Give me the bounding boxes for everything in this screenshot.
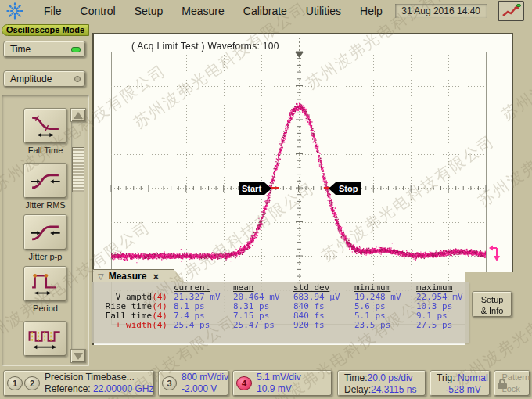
agilent-spark-icon [5,1,25,21]
fall-time-button[interactable] [23,108,67,144]
jitter-pp-label: Jitter p-p [20,252,70,261]
period-button[interactable] [23,266,67,302]
menu-file[interactable]: File [44,5,62,17]
status-bar: 1 2 Precision Timebase... Reference: 22.… [0,368,532,399]
time-label: Time: [344,372,368,383]
menu-utilities[interactable]: Utilities [306,5,341,17]
close-icon[interactable]: × [153,271,159,282]
scroll-track[interactable] [71,122,85,349]
stop-marker-flag[interactable]: Stop [336,182,361,195]
measure-row-label: + width(4) [92,321,174,330]
scroll-up-button[interactable] [70,108,86,122]
timebase-line1: Precision Timebase... [45,372,153,383]
fall-time-label: Fall Time [20,146,70,155]
collapse-triangle-icon[interactable]: ▽ [98,272,104,281]
trigger-panel[interactable]: Trig: Normal -528 mV [430,370,491,397]
pulse-train-icon [27,323,64,354]
measure-row: + width(4)25.4 ps25.47 ps920 fs23.5 ps27… [92,321,469,330]
trig-label: Trig: [437,372,458,383]
jitter-rms-label: Jitter RMS [20,200,70,210]
channel-4-panel[interactable]: 4 5.1 mV/div 10.9 mV [232,370,332,397]
setup-info-line2: & Info [473,305,512,316]
sidebar-scrollbar[interactable] [70,108,86,363]
signal-monitor-icon[interactable] [498,1,524,21]
ch4-scale: 5.1 mV/div [257,372,301,383]
delay-label: Delay: [344,384,371,395]
timebase-panel[interactable]: 1 2 Precision Timebase... Reference: 22.… [3,370,155,397]
pattern-label: Pattern [502,372,530,383]
pattern-lock-button[interactable]: Pattern Lock [494,370,530,397]
jitter-pp-button[interactable] [23,214,67,250]
ch3-scale: 800 mV/div [182,372,228,383]
measure-value: 25.47 ps [233,321,293,330]
measure-value: 23.5 ps [354,321,416,330]
delay-value: 24.3115 ns [371,384,417,395]
measure-value: 25.4 ps [174,321,233,330]
menu-control[interactable]: Control [81,5,116,17]
jitter-rms-button[interactable] [23,163,67,199]
time-dropdown[interactable]: Time [3,41,86,58]
monitor-led [516,4,521,7]
scroll-thumb[interactable] [72,147,84,192]
reference-label: Reference: [45,383,93,394]
oscilloscope-screen: File Control Setup Measure Calibrate Uti… [0,0,532,399]
measure-tab-label: Measure [109,271,147,282]
channel-1-badge[interactable]: 1 [7,376,23,390]
measure-results-panel: currentmeanstd devminimummaximumV amptd(… [92,282,469,343]
lock-icon [498,379,500,389]
tie-button[interactable] [23,321,67,357]
jitter-rms-icon [27,166,64,196]
menu-bar: File Control Setup Measure Calibrate Uti… [0,0,532,22]
trig-level: -528 mV [437,384,490,396]
datetime-display: 31 Aug 2016 14:40 [395,4,487,18]
channel-4-badge[interactable]: 4 [236,376,252,390]
reference-value: 22.00000 GHz [93,383,153,394]
fall-time-icon [27,111,64,141]
period-label: Period [20,304,70,313]
menu-calibrate[interactable]: Calibrate [243,5,287,17]
start-marker-flag[interactable]: Start [239,182,264,195]
time-led-on [71,47,81,52]
jitter-pp-icon [27,217,64,247]
setup-info-line1: Setup [473,294,512,305]
trig-mode: Normal [458,372,488,383]
amplitude-led-off [74,76,81,82]
channel-2-badge[interactable]: 2 [24,376,40,390]
setup-info-button[interactable]: Setup & Info [472,291,512,318]
measure-value: 27.5 ps [416,321,468,330]
channel-3-panel[interactable]: 3 800 mV/div -2.000 V [158,370,229,397]
horizontal-panel[interactable]: Time:20.0 ps/div Delay:24.3115 ns [337,370,426,397]
acq-limit-header: ( Acq Limit Test ) Waveforms: 100 [131,41,279,52]
ch4-offset: 10.9 mV [257,383,301,395]
ch3-offset: -2.000 V [182,383,228,395]
amplitude-dropdown-label: Amplitude [10,74,52,84]
oscilloscope-mode-header: Oscilloscope Mode [2,24,89,36]
period-icon [27,268,64,300]
time-dropdown-label: Time [10,44,31,55]
up-arrow-icon [74,112,83,119]
time-value: 20.0 ps/div [368,372,413,383]
scroll-down-button[interactable] [70,349,86,363]
channel-3-badge[interactable]: 3 [162,376,177,390]
measurement-button-panel: Fall Time Jitter RMS Jitter p-p [2,95,89,366]
measure-table: currentmeanstd devminimummaximumV amptd(… [92,283,469,330]
measure-tab[interactable]: ▽ Measure × [92,269,185,282]
measure-value: 920 fs [293,321,354,330]
amplitude-dropdown[interactable]: Amplitude [3,70,86,88]
down-arrow-icon [74,353,83,360]
menu-help[interactable]: Help [360,5,383,17]
menu-measure[interactable]: Measure [182,5,224,17]
menu-setup[interactable]: Setup [135,5,164,17]
dialog-area-bottom [90,345,532,368]
